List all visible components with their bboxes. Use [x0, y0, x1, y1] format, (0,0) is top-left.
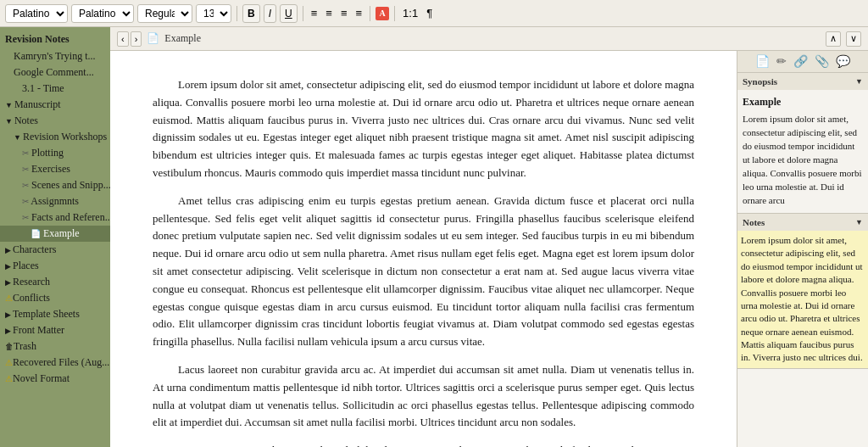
nav-forward-button[interactable]: › [131, 31, 142, 47]
sidebar-item-18[interactable]: 🗑 Trash [0, 338, 110, 355]
synopsis-icon-link[interactable]: 🔗 [793, 54, 808, 69]
sidebar-item-12[interactable]: ▶ Characters [0, 242, 110, 258]
synopsis-icon-attach[interactable]: 📎 [815, 54, 829, 69]
sidebar-label-17: Front Matter [13, 324, 64, 337]
sidebar-item-16[interactable]: ▶ Template Sheets [0, 306, 110, 322]
nav-title: Example [164, 32, 201, 45]
font-size-select[interactable]: 13 [196, 4, 231, 23]
synopsis-icon-comment[interactable]: 💬 [836, 54, 850, 69]
underline-button[interactable]: U [280, 4, 298, 23]
sep1 [236, 6, 237, 21]
synopsis-icon-edit[interactable]: ✏ [776, 54, 787, 69]
sidebar-label-7: ✂ Exercises [22, 163, 70, 176]
editor-paragraph-2: Lacus laoreet non curabitur gravida arcu… [153, 361, 694, 432]
font-secondary-select[interactable]: Palatino [71, 4, 134, 23]
sidebar-title-label: Revision Notes [5, 33, 70, 46]
synopsis-section-label: Synopsis [743, 76, 777, 87]
toolbar: Palatino Palatino Regular 13 B I U ≡ ≡ ≡… [0, 0, 868, 27]
sidebar: Revision Notes Kamryn's Trying t... Goog… [0, 27, 110, 447]
align-center-button[interactable]: ≡ [323, 5, 335, 21]
sidebar-label-4: Notes [14, 115, 38, 127]
sidebar-item-17[interactable]: ▶ Front Matter [0, 322, 110, 338]
editor-synopsis: Lorem ipsum dolor sit amet, consectetur … [110, 51, 868, 447]
font-style-select[interactable]: Regular [137, 4, 192, 23]
sidebar-label-13: Places [13, 260, 39, 272]
nav-up-button[interactable]: ∧ [826, 31, 841, 47]
sep3 [370, 6, 370, 21]
text-color-button[interactable]: A [376, 7, 389, 20]
sidebar-item-15[interactable]: ⚠ Conflicts [0, 290, 110, 306]
synopsis-section: Synopsis ▼ Example Lorem ipsum dolor sit… [737, 73, 868, 214]
sidebar-item-10[interactable]: ✂ Facts and Referen... [0, 210, 110, 226]
nav-down-button[interactable]: ∨ [846, 31, 861, 47]
notes-text: Lorem ipsum dolor sit amet, consectetur … [741, 234, 865, 365]
nav-back-button[interactable]: ‹ [117, 31, 129, 47]
italic-button[interactable]: I [264, 4, 276, 23]
sidebar-item-20[interactable]: ⚠ Novel Format [0, 371, 110, 387]
synopsis-section-header[interactable]: Synopsis ▼ [737, 73, 868, 90]
main-layout: Revision Notes Kamryn's Trying t... Goog… [0, 27, 868, 447]
synopsis-section-content: Example Lorem ipsum dolor sit amet, cons… [737, 90, 868, 213]
synopsis-icon-doc[interactable]: 📄 [755, 54, 770, 69]
sidebar-label-8: ✂ Scenes and Snipp... [22, 179, 110, 192]
notes-section-header[interactable]: Notes ▼ [737, 214, 868, 231]
sidebar-label-9: ✂ Assignmnts [22, 195, 79, 208]
sidebar-item-8[interactable]: ✂ Scenes and Snipp... [0, 177, 110, 193]
align-right-button[interactable]: ≡ [338, 5, 350, 21]
sidebar-item-7[interactable]: ✂ Exercises [0, 161, 110, 177]
sidebar-label-2: 3.1 - Time [22, 82, 64, 95]
font-family-select[interactable]: Palatino [5, 4, 68, 23]
sidebar-item-9[interactable]: ✂ Assignmnts [0, 193, 110, 210]
align-justify-button[interactable]: ≡ [353, 5, 364, 21]
sidebar-label-6: ✂ Plotting [22, 147, 64, 159]
sidebar-item-4[interactable]: ▼ Notes [0, 113, 110, 129]
editor[interactable]: Lorem ipsum dolor sit amet, consectetur … [110, 51, 737, 447]
sidebar-item-0[interactable]: Kamryn's Trying t... [0, 48, 110, 64]
sidebar-item-3[interactable]: ▼ Manuscript [0, 97, 110, 113]
sidebar-item-5[interactable]: ▼Revision Workshops [0, 129, 110, 145]
sidebar-item-6[interactable]: ✂ Plotting [0, 145, 110, 161]
synopsis-panel: 📄 ✏ 🔗 📎 💬 Synopsis ▼ Example Lorem ipsum… [737, 51, 868, 447]
synopsis-text: Lorem ipsum dolor sit amet, consectetur … [743, 113, 863, 208]
bold-button[interactable]: B [242, 4, 260, 23]
nav-arrows: ‹ › [117, 31, 142, 47]
notes-section-label: Notes [743, 217, 765, 227]
align-left-button[interactable]: ≡ [309, 5, 320, 21]
sidebar-label-1: Google Comment... [14, 66, 94, 79]
sep2 [303, 6, 303, 21]
synopsis-example-title: Example [743, 95, 863, 109]
sidebar-item-11[interactable]: 📄 Example [0, 226, 110, 242]
notes-disclosure-arrow: ▼ [855, 218, 863, 226]
synopsis-top-icons: 📄 ✏ 🔗 📎 💬 [737, 51, 868, 73]
notes-disclosure: ▼ [5, 117, 13, 126]
sidebar-label-16: Template Sheets [13, 308, 80, 321]
sidebar-label-12: Characters [13, 243, 56, 256]
sidebar-item-14[interactable]: ▶ Research [0, 274, 110, 290]
sidebar-label-20: Novel Format [13, 372, 70, 385]
sidebar-title: Revision Notes [0, 31, 110, 48]
sidebar-item-1[interactable]: Google Comment... [0, 64, 110, 81]
line-spacing-button[interactable]: 1:1 [400, 5, 420, 21]
sidebar-label-11: 📄 Example [31, 227, 80, 240]
sidebar-label-5: ▼Revision Workshops [14, 131, 107, 143]
synopsis-disclosure-arrow: ▼ [855, 77, 863, 86]
sep4 [394, 6, 395, 21]
sidebar-item-19[interactable]: ⚠ Recovered Files (Aug... [0, 355, 110, 371]
notes-section: Notes ▼ Lorem ipsum dolor sit amet, cons… [737, 214, 868, 369]
editor-paragraph-0: Lorem ipsum dolor sit amet, consectetur … [153, 76, 694, 182]
nav-bar: ‹ › 📄 Example ∧ ∨ [110, 27, 868, 51]
sidebar-item-2[interactable]: 3.1 - Time [0, 81, 110, 97]
sidebar-label-3: Manuscript [14, 98, 61, 111]
editor-paragraph-3: Sapien nec sagittis aliquam malesuada bi… [153, 442, 694, 447]
sidebar-label-19: Recovered Files (Aug... [13, 356, 109, 369]
editor-paragraph-1: Amet tellus cras adipiscing enim eu turp… [153, 193, 694, 351]
sidebar-label-0: Kamryn's Trying t... [14, 50, 96, 63]
manuscript-disclosure: ▼ [5, 101, 13, 109]
sidebar-label-15: Conflicts [13, 292, 50, 305]
content-wrapper: ‹ › 📄 Example ∧ ∨ Lorem ipsum dolor sit … [110, 27, 868, 447]
sidebar-label-10: ✂ Facts and Referen... [22, 211, 110, 224]
notes-section-content: Lorem ipsum dolor sit amet, consectetur … [737, 231, 868, 368]
paragraph-spacing-button[interactable]: ¶ [424, 5, 435, 21]
sidebar-item-13[interactable]: ▶ Places [0, 258, 110, 274]
sidebar-label-18: Trash [14, 340, 36, 353]
